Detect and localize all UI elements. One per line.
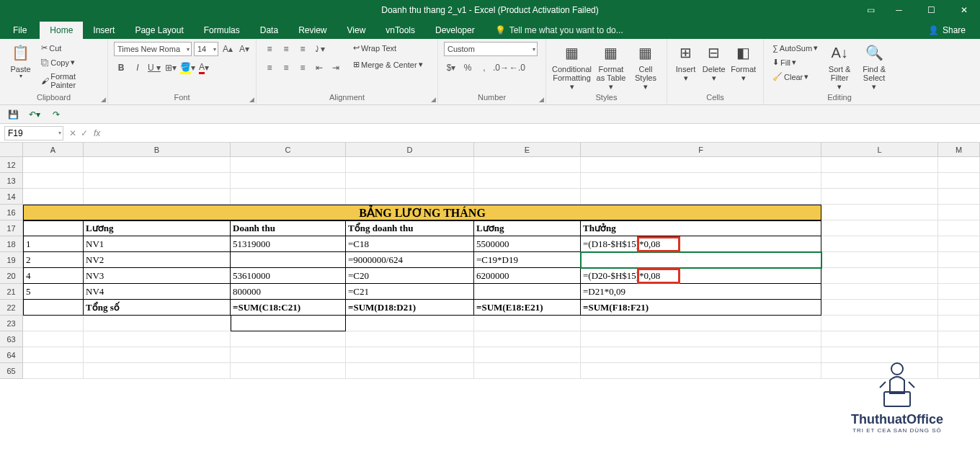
save-button[interactable]: 💾 (6, 107, 20, 122)
underline-button[interactable]: U ▾ (147, 61, 161, 75)
cell[interactable] (23, 189, 84, 205)
fill-color-button[interactable]: 🪣▾ (180, 61, 195, 75)
cell[interactable] (474, 157, 581, 173)
cancel-formula-icon[interactable]: ✕ (69, 128, 76, 138)
font-name-combo[interactable]: Times New Roma (114, 42, 192, 56)
cell[interactable]: 51319000 (231, 236, 346, 252)
cell[interactable] (474, 363, 581, 379)
comma-button[interactable]: , (477, 61, 491, 75)
tab-review[interactable]: Review (288, 22, 337, 39)
tab-vntools[interactable]: vnTools (375, 22, 425, 39)
cell[interactable] (346, 316, 474, 331)
tab-formulas[interactable]: Formulas (194, 22, 250, 39)
percent-button[interactable]: % (460, 61, 475, 75)
row-header-22[interactable]: 22 (0, 300, 23, 316)
decrease-indent-button[interactable]: ⇤ (312, 61, 326, 75)
insert-cells-button[interactable]: ⊞Insert▾ (673, 42, 698, 82)
align-center-button[interactable]: ≡ (279, 61, 293, 75)
cell[interactable] (346, 173, 474, 189)
cell[interactable] (23, 363, 84, 379)
select-all-corner[interactable] (0, 143, 23, 157)
cell[interactable]: NV4 (84, 284, 231, 300)
cell[interactable] (821, 252, 938, 268)
cell[interactable] (938, 316, 980, 331)
cell[interactable] (231, 347, 346, 363)
orientation-button[interactable]: ⤸▾ (312, 42, 326, 56)
cell[interactable] (938, 157, 980, 173)
cell[interactable] (581, 173, 821, 189)
col-header-A[interactable]: A (23, 143, 84, 157)
cell[interactable]: =SUM(F18:F21) (581, 300, 821, 316)
cell[interactable] (938, 252, 980, 268)
tab-file[interactable]: File (0, 22, 40, 39)
cell[interactable] (938, 300, 980, 316)
find-select-button[interactable]: 🔍Find & Select▾ (858, 42, 890, 91)
cell[interactable] (23, 173, 84, 189)
borders-button[interactable]: ⊞▾ (164, 61, 178, 75)
fill-button[interactable]: ⬇Fill ▾ (770, 56, 821, 68)
cell[interactable]: =SUM(C18:C21) (231, 300, 346, 316)
cell[interactable] (821, 220, 938, 236)
cell[interactable]: 5500000 (474, 236, 581, 252)
cell[interactable] (231, 316, 346, 331)
cell[interactable] (821, 331, 938, 347)
redo-button[interactable]: ↷ (49, 107, 63, 122)
cell[interactable] (346, 363, 474, 379)
font-size-combo[interactable]: 14 (194, 42, 218, 56)
share-button[interactable]: 👤Share (921, 22, 973, 39)
cut-button[interactable]: ✂Cut (38, 42, 102, 54)
tab-home[interactable]: Home (40, 22, 83, 39)
cell[interactable] (581, 331, 821, 347)
cell[interactable] (821, 268, 938, 284)
row-header-23[interactable]: 23 (0, 316, 23, 331)
enter-formula-icon[interactable]: ✓ (81, 128, 88, 138)
cell[interactable]: NV1 (84, 236, 231, 252)
accounting-format-button[interactable]: $▾ (444, 61, 458, 75)
cell[interactable]: NV3 (84, 268, 231, 284)
cell[interactable]: =C18 (346, 236, 474, 252)
cell[interactable] (938, 284, 980, 300)
format-painter-button[interactable]: 🖌Format Painter (38, 71, 102, 91)
format-as-table-button[interactable]: ▦Format as Table▾ (594, 42, 628, 91)
cell[interactable] (84, 331, 231, 347)
cell[interactable] (938, 236, 980, 252)
cell[interactable] (821, 173, 938, 189)
col-header-D[interactable]: D (346, 143, 474, 157)
cell[interactable] (938, 331, 980, 347)
cell[interactable]: =SUM(D18:D21) (346, 300, 474, 316)
cell[interactable] (581, 189, 821, 205)
cell[interactable] (84, 347, 231, 363)
tab-developer[interactable]: Developer (425, 22, 485, 39)
cell[interactable] (474, 347, 581, 363)
alignment-launcher[interactable]: ◢ (431, 96, 436, 103)
cell[interactable] (231, 173, 346, 189)
number-format-combo[interactable]: Custom (444, 42, 538, 56)
cell-styles-button[interactable]: ▦Cell Styles▾ (631, 42, 661, 91)
decrease-decimal-button[interactable]: ←.0 (510, 61, 525, 75)
row-header-21[interactable]: 21 (0, 284, 23, 300)
delete-cells-button[interactable]: ⊟Delete▾ (701, 42, 726, 82)
align-bottom-button[interactable]: ≡ (295, 42, 310, 56)
cell[interactable]: 6200000 (474, 268, 581, 284)
align-left-button[interactable]: ≡ (262, 61, 277, 75)
col-header-C[interactable]: C (231, 143, 346, 157)
align-middle-button[interactable]: ≡ (279, 42, 293, 56)
font-launcher[interactable]: ◢ (249, 96, 254, 103)
undo-button[interactable]: ↶▾ (27, 107, 42, 122)
tell-me-search[interactable]: 💡Tell me what you want to do... (485, 22, 633, 39)
cell[interactable] (581, 363, 821, 379)
cell[interactable] (231, 331, 346, 347)
row-header-16[interactable]: 16 (0, 205, 23, 220)
cell[interactable] (938, 268, 980, 284)
cell[interactable]: NV2 (84, 252, 231, 268)
cell[interactable] (474, 316, 581, 331)
cell[interactable] (474, 189, 581, 205)
cell[interactable] (581, 157, 821, 173)
formula-input[interactable] (104, 126, 980, 140)
cell[interactable]: =C19*D19 (474, 252, 581, 268)
shrink-font-button[interactable]: A▾ (237, 42, 251, 56)
wrap-text-button[interactable]: ↩Wrap Text (350, 42, 426, 54)
row-header-63[interactable]: 63 (0, 331, 23, 347)
cell[interactable]: 4 (23, 268, 84, 284)
cell[interactable] (821, 284, 938, 300)
